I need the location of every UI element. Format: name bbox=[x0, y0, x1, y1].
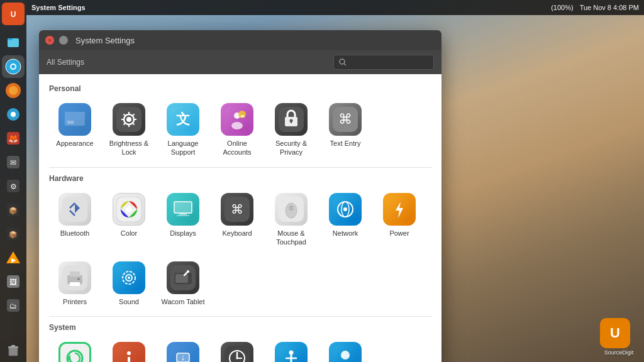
taskbar-app7[interactable]: ✉ bbox=[2, 151, 25, 173]
section-title-hardware: Hardware bbox=[49, 174, 431, 183]
settings-item-network[interactable]: Network bbox=[319, 188, 371, 252]
taskbar-home[interactable]: U bbox=[2, 3, 25, 25]
wacom-label: Wacom Tablet bbox=[161, 297, 204, 306]
window-close-button[interactable]: ✕ bbox=[45, 36, 54, 45]
bluetooth-label: Bluetooth bbox=[60, 229, 89, 238]
user-accounts-icon bbox=[329, 342, 362, 362]
settings-item-printers[interactable]: Printers bbox=[49, 256, 101, 311]
section-title-personal: Personal bbox=[49, 84, 431, 93]
svg-text:↓: ↓ bbox=[181, 352, 186, 362]
settings-item-backups[interactable]: Backups bbox=[49, 337, 101, 362]
displays-icon bbox=[167, 193, 199, 226]
svg-text:📦: 📦 bbox=[9, 206, 18, 215]
svg-rect-74 bbox=[70, 272, 80, 277]
sound-label: Sound bbox=[119, 297, 139, 306]
search-bar[interactable] bbox=[333, 55, 434, 70]
settings-item-language[interactable]: 文 LanguageSupport bbox=[157, 98, 209, 162]
svg-text:🖼: 🖼 bbox=[9, 278, 17, 287]
taskbar-chromium[interactable] bbox=[2, 55, 25, 78]
settings-item-color[interactable]: Color bbox=[103, 188, 155, 252]
taskbar-app9[interactable]: 📦 bbox=[2, 199, 25, 221]
taskbar-trash[interactable] bbox=[2, 339, 25, 362]
svg-point-30 bbox=[340, 59, 345, 64]
svg-rect-35 bbox=[67, 121, 74, 124]
online-accounts-icon: ☁ bbox=[221, 103, 253, 136]
settings-item-security[interactable]: Security &Privacy bbox=[265, 98, 317, 162]
svg-rect-49 bbox=[291, 121, 292, 123]
settings-item-bluetooth[interactable]: Bluetooth bbox=[49, 188, 101, 252]
settings-item-details[interactable]: Details bbox=[103, 337, 155, 362]
settings-item-wacom[interactable]: Wacom Tablet bbox=[157, 256, 209, 311]
settings-item-text-entry[interactable]: ⌘ Text Entry bbox=[319, 98, 371, 162]
settings-item-user-accounts[interactable]: UserAccounts bbox=[319, 337, 371, 362]
hardware-section-grid: Bluetooth Color Displays ⌘ bbox=[49, 188, 431, 252]
svg-point-98 bbox=[236, 358, 238, 359]
backups-icon bbox=[58, 342, 91, 362]
settings-item-sound[interactable]: Sound bbox=[103, 256, 155, 311]
settings-item-brightness[interactable]: Brightness &Lock bbox=[103, 98, 155, 162]
settings-item-appearance[interactable]: Appearance bbox=[49, 98, 101, 162]
brightness-icon bbox=[113, 103, 145, 136]
printers-icon bbox=[58, 261, 91, 294]
svg-rect-29 bbox=[11, 345, 15, 347]
svg-line-31 bbox=[344, 63, 346, 65]
svg-point-76 bbox=[77, 278, 80, 280]
displays-label: Displays bbox=[170, 229, 196, 238]
taskbar-app6[interactable]: 🦊 bbox=[2, 127, 25, 150]
divider-system bbox=[49, 316, 431, 317]
wacom-icon bbox=[167, 261, 199, 294]
software-icon: ↓ bbox=[167, 342, 199, 362]
settings-item-software[interactable]: ↓ Software &Updates bbox=[157, 337, 209, 362]
search-icon bbox=[339, 58, 347, 66]
system-section-grid: Backups Details ↓ Software &Updates bbox=[49, 337, 431, 362]
settings-item-power[interactable]: Power bbox=[374, 188, 425, 252]
taskbar-vlc[interactable]: ▶ bbox=[2, 246, 25, 269]
svg-point-43 bbox=[231, 122, 243, 129]
taskbar-settings[interactable] bbox=[2, 103, 25, 126]
svg-text:文: 文 bbox=[176, 111, 190, 127]
window-toolbar: All Settings bbox=[39, 50, 441, 74]
mouse-icon bbox=[275, 193, 308, 226]
svg-point-100 bbox=[289, 351, 294, 355]
taskbar-firefox[interactable] bbox=[2, 79, 25, 102]
source-digit-icon: U bbox=[600, 318, 630, 348]
settings-item-keyboard[interactable]: ⌘ Keyboard bbox=[211, 188, 263, 252]
settings-item-time[interactable]: Time & Date bbox=[211, 337, 263, 362]
window-minimize-button[interactable] bbox=[59, 36, 68, 45]
taskbar-files[interactable] bbox=[2, 31, 25, 54]
taskbar-app10[interactable]: 📦 bbox=[2, 222, 25, 245]
svg-rect-90 bbox=[128, 357, 130, 362]
brightness-label: Brightness &Lock bbox=[109, 139, 148, 157]
taskbar-photos[interactable]: 🖼 bbox=[2, 270, 25, 293]
taskbar: U 🦊 ✉ ⚙ 📦 📦 ▶ 🖼 🗂 bbox=[0, 0, 26, 362]
all-settings-button[interactable]: All Settings bbox=[47, 58, 84, 67]
window-titlebar: ✕ System Settings bbox=[39, 30, 441, 50]
settings-item-mouse[interactable]: Mouse &Touchpad bbox=[265, 188, 317, 252]
details-icon bbox=[113, 342, 145, 362]
text-entry-icon: ⌘ bbox=[329, 103, 362, 136]
topbar-battery: (100%) bbox=[551, 4, 573, 11]
color-icon bbox=[113, 193, 145, 226]
settings-window: ✕ System Settings All Settings Personal … bbox=[39, 30, 441, 362]
settings-item-displays[interactable]: Displays bbox=[157, 188, 209, 252]
svg-rect-83 bbox=[175, 274, 188, 283]
keyboard-icon: ⌘ bbox=[221, 193, 253, 226]
language-label: LanguageSupport bbox=[168, 139, 199, 157]
svg-point-8 bbox=[9, 86, 18, 95]
language-icon: 文 bbox=[167, 103, 199, 136]
power-icon bbox=[383, 193, 416, 226]
topbar: System Settings (100%) Tue Nov 8 4:08 PM bbox=[26, 0, 644, 15]
svg-text:🦊: 🦊 bbox=[8, 133, 19, 144]
settings-item-universal-access[interactable]: UniversalAccess bbox=[265, 337, 317, 362]
hardware-section-grid-2: Printers Sound Wacom Tablet bbox=[49, 256, 431, 311]
universal-access-icon bbox=[275, 342, 308, 362]
svg-rect-3 bbox=[8, 38, 13, 40]
taskbar-files2[interactable]: 🗂 bbox=[2, 294, 25, 317]
online-accounts-label: OnlineAccounts bbox=[223, 139, 251, 157]
network-icon bbox=[329, 193, 362, 226]
taskbar-app8[interactable]: ⚙ bbox=[2, 175, 25, 197]
svg-rect-75 bbox=[70, 282, 80, 286]
settings-item-online-accounts[interactable]: ☁ OnlineAccounts bbox=[211, 98, 263, 162]
security-icon bbox=[275, 103, 308, 136]
svg-text:⌘: ⌘ bbox=[338, 111, 352, 127]
